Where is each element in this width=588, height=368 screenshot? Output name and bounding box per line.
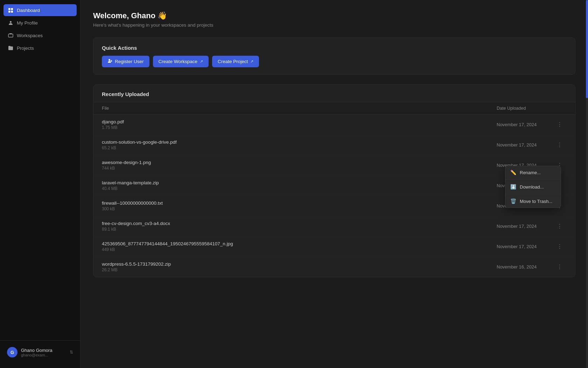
table-row: wordpress-6.5.5-1731799202.zip 26.2 MB N… <box>93 257 575 277</box>
file-menu-button[interactable]: ⋮ <box>553 121 567 129</box>
file-info: wordpress-6.5.5-1731799202.zip 26.2 MB <box>102 261 497 272</box>
user-email: ghano@exam... <box>21 353 66 357</box>
file-info: awesome-design-1.png 744 kB <box>102 160 497 171</box>
page-title: Welcome, Ghano 👋 <box>93 11 575 20</box>
file-menu-button[interactable]: ⋮ <box>553 141 567 149</box>
sidebar-item-workspaces[interactable]: Workspaces <box>4 29 77 41</box>
sidebar-bottom: G Ghano Gomora ghano@exam... ⇅ <box>0 340 80 364</box>
file-size: 40.4 MB <box>102 186 497 191</box>
file-info: django.pdf 1.75 MB <box>102 119 497 130</box>
sidebar-nav: Dashboard My Profile Workspaces <box>0 4 80 54</box>
recently-uploaded-section: Recently Uploaded File Date Uploaded dja… <box>93 84 575 277</box>
file-menu-button[interactable]: ⋮ <box>553 263 567 271</box>
svg-rect-6 <box>9 33 12 34</box>
external-link-icon: ↗ <box>200 59 203 64</box>
col-date-header: Date Uploaded <box>497 106 553 111</box>
file-date: November 17, 2024 <box>497 122 553 127</box>
file-menu-button[interactable]: ⋮ <box>553 243 567 251</box>
file-info: custom-solution-vs-google-drive.pdf 65.2… <box>102 139 497 150</box>
workspaces-icon <box>8 33 13 38</box>
menu-divider-2 <box>505 194 561 194</box>
user-text: Ghano Gomora ghano@exam... <box>21 348 66 357</box>
download-menu-item[interactable]: ⬇️ Download... <box>505 180 561 193</box>
expand-icon: ⇅ <box>70 350 73 355</box>
file-name: laravel-manga-template.zip <box>102 180 497 185</box>
file-size: 26.2 MB <box>102 267 497 272</box>
scrollbar-thumb[interactable] <box>586 0 588 98</box>
file-size: 89.1 kB <box>102 227 497 232</box>
sidebar-item-projects-label: Projects <box>17 46 34 51</box>
svg-rect-1 <box>11 8 13 10</box>
quick-actions-buttons: Register User Create Workspace ↗ Create … <box>102 56 567 67</box>
file-name: wordpress-6.5.5-1731799202.zip <box>102 261 497 267</box>
file-info: firewall--10000000000000.txt 300 kB <box>102 200 497 211</box>
file-date: November 16, 2024 <box>497 264 553 270</box>
file-size: 300 kB <box>102 206 497 211</box>
file-info: 425369506_877747794144844_19502467955595… <box>102 241 497 252</box>
move-to-trash-menu-item[interactable]: 🗑️ Move to Trash... <box>505 195 561 207</box>
file-info: laravel-manga-template.zip 40.4 MB <box>102 180 497 191</box>
download-icon: ⬇️ <box>510 184 516 190</box>
sidebar-item-dashboard[interactable]: Dashboard <box>4 4 77 16</box>
svg-rect-0 <box>8 8 10 10</box>
dashboard-icon <box>8 7 13 13</box>
file-name: firewall--10000000000000.txt <box>102 200 497 206</box>
file-info: free-cv-design.com_cv3-a4.docx 89.1 kB <box>102 221 497 232</box>
table-row: custom-solution-vs-google-drive.pdf 65.2… <box>93 135 575 155</box>
file-name: custom-solution-vs-google-drive.pdf <box>102 139 497 145</box>
menu-divider <box>505 179 561 180</box>
file-date: November 17, 2024 <box>497 142 553 148</box>
recently-uploaded-title: Recently Uploaded <box>93 85 575 102</box>
profile-icon <box>8 20 13 26</box>
table-row: django.pdf 1.75 MB November 17, 2024 ⋮ <box>93 115 575 135</box>
svg-rect-5 <box>8 34 13 37</box>
quick-actions-title: Quick Actions <box>102 45 567 51</box>
move-to-trash-label: Move to Trash... <box>520 199 552 204</box>
table-row: laravel-manga-template.zip 40.4 MB Novem… <box>93 176 575 196</box>
file-size: 1.75 MB <box>102 125 497 130</box>
context-menu: ✏️ Rename... ⬇️ Download... 🗑️ Move to T… <box>505 166 561 208</box>
register-user-icon <box>107 59 112 64</box>
svg-rect-3 <box>11 11 13 13</box>
sidebar-item-projects[interactable]: Projects <box>4 42 77 54</box>
file-date: November 17, 2024 <box>497 244 553 249</box>
sidebar-item-profile-label: My Profile <box>17 20 38 26</box>
main-content: Welcome, Ghano 👋 Here's what's happening… <box>80 0 588 368</box>
page-subtitle: Here's what's happening in your workspac… <box>93 22 575 28</box>
scrollbar[interactable] <box>586 0 588 368</box>
sidebar-item-my-profile[interactable]: My Profile <box>4 17 77 29</box>
file-name: free-cv-design.com_cv3-a4.docx <box>102 221 497 226</box>
table-row: firewall--10000000000000.txt 300 kB Nove… <box>93 196 575 216</box>
user-name: Ghano Gomora <box>21 348 66 353</box>
svg-point-7 <box>108 59 110 61</box>
register-user-button[interactable]: Register User <box>102 56 149 67</box>
sidebar-item-workspaces-label: Workspaces <box>17 33 43 38</box>
user-profile-button[interactable]: G Ghano Gomora ghano@exam... ⇅ <box>4 344 77 360</box>
trash-icon: 🗑️ <box>510 198 516 204</box>
svg-point-4 <box>10 21 12 23</box>
create-project-button[interactable]: Create Project ↗ <box>212 56 259 67</box>
sidebar: Dashboard My Profile Workspaces <box>0 0 80 368</box>
external-link-icon-2: ↗ <box>250 59 253 64</box>
file-list: django.pdf 1.75 MB November 17, 2024 ⋮ c… <box>93 115 575 277</box>
col-file-header: File <box>102 106 497 111</box>
sidebar-item-dashboard-label: Dashboard <box>17 8 40 13</box>
create-workspace-button[interactable]: Create Workspace ↗ <box>153 56 209 67</box>
file-size: 744 kB <box>102 166 497 171</box>
page-header: Welcome, Ghano 👋 Here's what's happening… <box>93 11 575 28</box>
file-menu-button[interactable]: ⋮ <box>553 222 567 231</box>
table-row: free-cv-design.com_cv3-a4.docx 89.1 kB N… <box>93 216 575 237</box>
file-size: 65.2 kB <box>102 145 497 150</box>
quick-actions-section: Quick Actions Register User Create Works… <box>93 38 575 75</box>
svg-rect-2 <box>8 11 10 13</box>
rename-menu-item[interactable]: ✏️ Rename... <box>505 166 561 179</box>
file-name: 425369506_877747794144844_19502467955595… <box>102 241 497 246</box>
rename-icon: ✏️ <box>510 170 516 175</box>
avatar: G <box>7 347 18 357</box>
file-name: awesome-design-1.png <box>102 160 497 165</box>
table-row: 425369506_877747794144844_19502467955595… <box>93 237 575 257</box>
projects-icon <box>8 45 13 51</box>
file-size: 449 kB <box>102 247 497 252</box>
rename-label: Rename... <box>520 170 541 175</box>
table-row: awesome-design-1.png 744 kB November 17,… <box>93 155 575 176</box>
